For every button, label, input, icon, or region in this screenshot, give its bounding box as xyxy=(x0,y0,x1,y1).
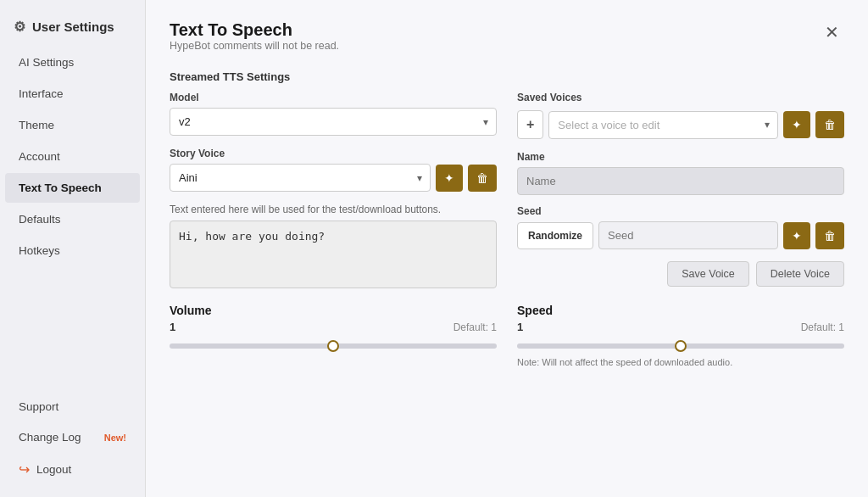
gear-icon: ⚙ xyxy=(14,19,25,35)
sidebar-item-defaults[interactable]: Defaults xyxy=(5,204,140,234)
speed-slider[interactable] xyxy=(517,343,844,349)
saved-voice-select-wrapper: Select a voice to edit ▾ xyxy=(548,111,778,139)
right-column: Saved Voices + Select a voice to edit ▾ … xyxy=(517,92,844,300)
volume-slider-row: Volume 1 Default: 1 xyxy=(170,304,497,367)
story-voice-select[interactable]: Aini xyxy=(170,164,431,192)
sidebar-item-hotkeys[interactable]: Hotkeys xyxy=(5,236,140,265)
section-heading: Streamed TTS Settings xyxy=(170,70,844,83)
close-button[interactable]: ✕ xyxy=(820,20,844,44)
sidebar-item-interface[interactable]: Interface xyxy=(5,79,140,109)
modal-subtitle: HypeBot comments will not be read. xyxy=(170,40,339,52)
sidebar-item-support[interactable]: Support xyxy=(5,392,140,422)
speed-title: Speed xyxy=(517,304,844,317)
story-voice-select-wrapper: Aini ▾ xyxy=(170,164,431,192)
modal-header: Text To Speech HypeBot comments will not… xyxy=(170,20,844,67)
sidebar-bottom: Support Change Log New! ↪ Logout xyxy=(0,391,145,497)
sidebar-title: ⚙ User Settings xyxy=(0,7,145,47)
speed-slider-row: Speed 1 Default: 1 Note: Will not affect… xyxy=(517,304,844,367)
story-voice-row: Aini ▾ ✦ 🗑 xyxy=(170,164,497,192)
test-text-area[interactable]: Hi, how are you doing? xyxy=(170,221,497,288)
main-content: Text To Speech HypeBot comments will not… xyxy=(146,0,868,497)
name-input[interactable] xyxy=(517,167,844,195)
action-row: Save Voice Delete Voice xyxy=(517,261,844,287)
volume-title: Volume xyxy=(170,304,497,317)
volume-slider[interactable] xyxy=(170,343,497,349)
logout-button[interactable]: ↪ Logout xyxy=(5,453,140,486)
saved-voices-row: + Select a voice to edit ▾ ✦ 🗑 xyxy=(517,110,844,139)
saved-voice-trash-button[interactable]: 🗑 xyxy=(815,111,844,138)
speed-meta: 1 Default: 1 xyxy=(517,321,844,333)
volume-meta: 1 Default: 1 xyxy=(170,321,497,333)
volume-value: 1 xyxy=(170,321,175,333)
seed-wand-button[interactable]: ✦ xyxy=(783,222,810,249)
text-hint: Text entered here will be used for the t… xyxy=(170,204,497,215)
randomize-button[interactable]: Randomize xyxy=(517,222,593,249)
sidebar-item-theme[interactable]: Theme xyxy=(5,110,140,140)
left-column: Model v2 ▾ Story Voice Aini ▾ ✦ 🗑 xyxy=(170,92,497,300)
seed-label: Seed xyxy=(517,205,844,217)
saved-voice-select[interactable]: Select a voice to edit xyxy=(548,111,778,139)
sidebar: ⚙ User Settings AI Settings Interface Th… xyxy=(0,0,146,497)
new-badge-label: New! xyxy=(104,433,126,443)
voice-trash-button[interactable]: 🗑 xyxy=(468,165,497,192)
seed-row: Randomize ✦ 🗑 xyxy=(517,221,844,249)
modal-title: Text To Speech xyxy=(170,20,339,40)
sidebar-item-text-to-speech[interactable]: Text To Speech xyxy=(5,173,140,203)
voice-wand-button[interactable]: ✦ xyxy=(436,165,463,192)
speed-note: Note: Will not affect the speed of downl… xyxy=(517,357,844,367)
logout-icon: ↪ xyxy=(19,461,30,477)
speed-default: Default: 1 xyxy=(801,321,844,333)
model-select[interactable]: v2 xyxy=(170,108,497,136)
two-column-layout: Model v2 ▾ Story Voice Aini ▾ ✦ 🗑 xyxy=(170,92,844,300)
sliders-section: Volume 1 Default: 1 Speed 1 Default: 1 N… xyxy=(170,304,844,374)
volume-default: Default: 1 xyxy=(453,321,497,333)
seed-input[interactable] xyxy=(598,221,778,249)
story-voice-label: Story Voice xyxy=(170,148,497,159)
speed-value: 1 xyxy=(517,321,523,333)
saved-voice-wand-button[interactable]: ✦ xyxy=(783,111,810,138)
model-label: Model xyxy=(170,92,497,103)
sidebar-item-ai-settings[interactable]: AI Settings xyxy=(5,47,140,77)
saved-voices-label: Saved Voices xyxy=(517,92,844,103)
sidebar-heading: User Settings xyxy=(32,20,114,34)
sidebar-item-change-log[interactable]: Change Log New! xyxy=(5,422,140,452)
delete-voice-button[interactable]: Delete Voice xyxy=(756,261,844,287)
sidebar-item-account[interactable]: Account xyxy=(5,142,140,171)
name-label: Name xyxy=(517,151,844,163)
model-select-wrapper: v2 ▾ xyxy=(170,108,497,136)
save-voice-button[interactable]: Save Voice xyxy=(667,261,749,287)
add-voice-button[interactable]: + xyxy=(517,110,543,139)
seed-trash-button[interactable]: 🗑 xyxy=(815,222,844,249)
